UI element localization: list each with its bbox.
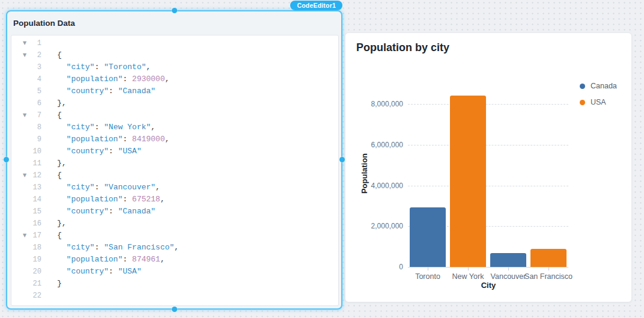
app-canvas[interactable]: CodeEditor1 Population Data ▼1▼2{3 "city…	[0, 0, 644, 318]
fold-gutter	[20, 206, 29, 218]
code-text: "city": "Vancouver",	[41, 182, 160, 194]
code-text: "population": 874961,	[41, 254, 165, 266]
code-line: 14 "population": 675218,	[11, 194, 338, 206]
chart-bar-new-york[interactable]	[450, 96, 486, 267]
fold-gutter	[20, 218, 29, 230]
line-number: 22	[29, 290, 41, 302]
code-line: ▼1	[11, 37, 338, 49]
x-tick-mark	[548, 267, 549, 271]
line-number: 3	[29, 61, 41, 73]
x-axis-line	[408, 267, 568, 268]
resize-handle-top[interactable]	[172, 8, 177, 13]
legend-dot-icon	[580, 100, 585, 105]
fold-gutter	[20, 266, 29, 278]
chart-bar-vancouver[interactable]	[490, 253, 526, 267]
chart-bar-san-francisco[interactable]	[530, 249, 567, 267]
legend-item-canada[interactable]: Canada	[580, 81, 617, 91]
x-tick-mark	[508, 267, 509, 271]
y-tick-label: 2,000,000	[355, 222, 403, 230]
code-line: ▼7{	[11, 109, 338, 121]
code-text: "country": "USA"	[41, 145, 141, 157]
code-line: 6},	[11, 97, 338, 109]
code-text: "population": 8419000,	[41, 133, 169, 145]
selected-widget-name-badge: CodeEditor1	[290, 1, 342, 10]
resize-handle-right[interactable]	[339, 157, 345, 162]
code-line: 22	[11, 290, 338, 302]
code-line: 11},	[11, 157, 338, 170]
code-line: ▼12{	[11, 170, 338, 182]
line-number: 9	[29, 133, 41, 145]
code-text: "population": 675218,	[41, 194, 165, 206]
code-line: 19 "population": 874961,	[11, 254, 338, 266]
fold-arrow-icon[interactable]: ▼	[20, 109, 29, 121]
line-number: 4	[29, 73, 41, 85]
x-tick-mark	[428, 267, 428, 271]
fold-gutter	[20, 242, 29, 254]
fold-gutter	[20, 278, 29, 290]
line-number: 1	[29, 37, 41, 49]
fold-gutter	[20, 97, 29, 109]
line-number: 15	[29, 206, 41, 218]
y-tick-label: 6,000,000	[355, 141, 403, 149]
x-tick-mark	[468, 267, 469, 271]
code-text: "country": "USA"	[41, 266, 141, 278]
code-line: 15 "country": "Canada"	[11, 206, 338, 218]
line-number: 11	[29, 157, 41, 170]
chart-bar-toronto[interactable]	[410, 207, 446, 267]
code-text	[41, 290, 57, 302]
code-line: 9 "population": 8419000,	[11, 133, 338, 145]
fold-gutter	[20, 61, 29, 73]
line-number: 6	[29, 97, 41, 109]
resize-handle-left[interactable]	[4, 157, 9, 162]
code-text: {	[41, 109, 62, 121]
code-text: },	[41, 97, 67, 109]
fold-arrow-icon[interactable]: ▼	[20, 230, 29, 242]
line-number: 14	[29, 194, 41, 206]
code-line: 21}	[11, 278, 338, 290]
chart-legend: CanadaUSA	[580, 81, 617, 114]
code-text: },	[41, 157, 67, 170]
fold-gutter	[20, 121, 29, 133]
fold-arrow-icon[interactable]: ▼	[20, 37, 29, 49]
line-number: 8	[29, 121, 41, 133]
resize-handle-bottom[interactable]	[172, 307, 177, 312]
fold-gutter	[20, 133, 29, 145]
gridline	[408, 186, 568, 186]
fold-gutter	[20, 85, 29, 97]
code-line: 10 "country": "USA"	[11, 145, 338, 157]
code-line: 4 "population": 2930000,	[11, 73, 338, 85]
fold-gutter	[20, 254, 29, 266]
gridline	[408, 145, 568, 145]
legend-label: Canada	[591, 82, 617, 90]
code-line: 20 "country": "USA"	[11, 266, 338, 278]
code-text: "city": "San Francisco",	[41, 242, 179, 254]
code-text: {	[41, 230, 62, 242]
fold-gutter	[20, 145, 29, 157]
fold-gutter	[20, 157, 29, 170]
code-editor-widget[interactable]: Population Data ▼1▼2{3 "city": "Toronto"…	[6, 10, 342, 310]
code-line: 8 "city": "New York",	[11, 121, 338, 133]
fold-gutter	[20, 182, 29, 194]
legend-item-usa[interactable]: USA	[580, 97, 617, 107]
code-text: "population": 2930000,	[41, 73, 169, 85]
code-line: ▼17{	[11, 230, 338, 242]
code-lines: ▼1▼2{3 "city": "Toronto",4 "population":…	[11, 37, 338, 302]
line-number: 18	[29, 242, 41, 254]
code-line: 5 "country": "Canada"	[11, 85, 338, 97]
code-line: 13 "city": "Vancouver",	[11, 182, 338, 194]
y-tick-label: 8,000,000	[355, 100, 403, 108]
fold-arrow-icon[interactable]: ▼	[20, 170, 29, 182]
code-editor-textarea[interactable]: ▼1▼2{3 "city": "Toronto",4 "population":…	[11, 35, 339, 306]
fold-gutter	[20, 194, 29, 206]
chart-widget[interactable]: Population by city Population City 02,00…	[345, 32, 632, 302]
code-line: 16},	[11, 218, 338, 230]
chart-plot-area: 02,000,0004,000,0006,000,0008,000,000Tor…	[345, 33, 631, 302]
code-text: "country": "Canada"	[41, 206, 156, 218]
fold-arrow-icon[interactable]: ▼	[20, 49, 29, 61]
line-number: 17	[29, 230, 41, 242]
line-number: 5	[29, 85, 41, 97]
code-line: 3 "city": "Toronto",	[11, 61, 338, 73]
code-text: "city": "Toronto",	[41, 61, 151, 73]
code-line: 18 "city": "San Francisco",	[11, 242, 338, 254]
code-text: {	[41, 49, 62, 61]
